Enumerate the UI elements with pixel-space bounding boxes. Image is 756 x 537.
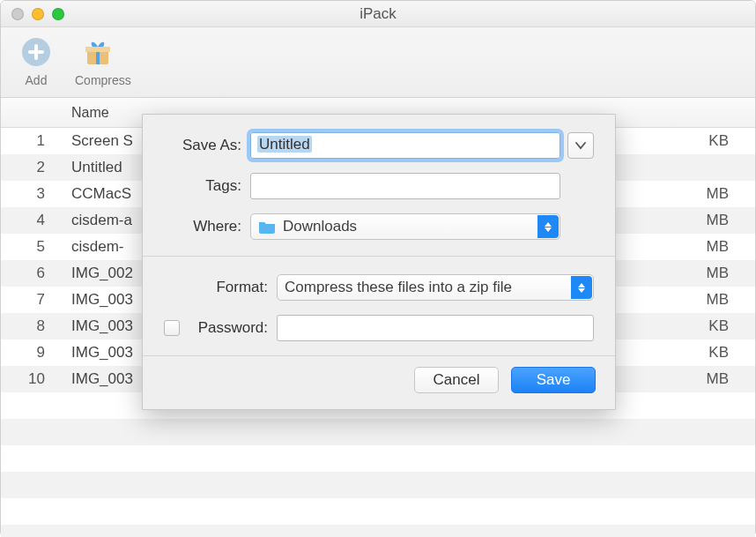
password-label: Password: [185, 319, 277, 337]
window-title: iPack [1, 5, 755, 23]
compress-label: Compress [75, 73, 131, 87]
table-row-empty [1, 525, 755, 537]
password-checkbox[interactable] [164, 320, 180, 336]
add-label: Add [26, 73, 48, 87]
compress-button[interactable]: Compress [75, 34, 121, 93]
save-as-input[interactable]: Untitled [250, 132, 560, 159]
cancel-button[interactable]: Cancel [414, 367, 499, 393]
tags-label: Tags: [164, 177, 250, 195]
titlebar[interactable]: iPack [1, 1, 755, 27]
password-input[interactable] [277, 315, 594, 341]
svg-rect-5 [85, 47, 110, 52]
save-as-label: Save As: [164, 137, 250, 154]
app-window: iPack Add Comp [0, 0, 756, 537]
table-row-empty [1, 445, 755, 472]
format-value: Compress these files into a zip file [285, 279, 512, 296]
svg-rect-2 [28, 50, 44, 54]
where-value: Downloads [283, 218, 357, 235]
where-label: Where: [164, 218, 250, 235]
add-button[interactable]: Add [13, 34, 59, 93]
save-as-value: Untitled [257, 136, 312, 153]
format-select[interactable]: Compress these files into a zip file [277, 274, 594, 301]
table-row-empty [1, 419, 755, 445]
gift-icon [80, 34, 115, 70]
where-select[interactable]: Downloads [250, 213, 560, 240]
fullscreen-icon[interactable] [52, 8, 64, 20]
stepper-icon [537, 215, 559, 238]
table-row-empty [1, 498, 755, 525]
chevron-down-icon [575, 137, 586, 154]
stepper-icon [571, 276, 592, 299]
save-button[interactable]: Save [511, 367, 596, 393]
add-icon [19, 34, 54, 70]
toolbar: Add Compress [1, 27, 755, 98]
tags-input[interactable] [250, 173, 560, 199]
minimize-icon[interactable] [32, 8, 44, 20]
folder-icon [258, 220, 276, 234]
format-label: Format: [164, 279, 277, 296]
table-row-empty [1, 472, 755, 498]
expand-button[interactable] [567, 132, 594, 159]
close-icon[interactable] [11, 8, 24, 20]
save-dialog: Save As: Untitled Tags: Where: [142, 114, 616, 410]
